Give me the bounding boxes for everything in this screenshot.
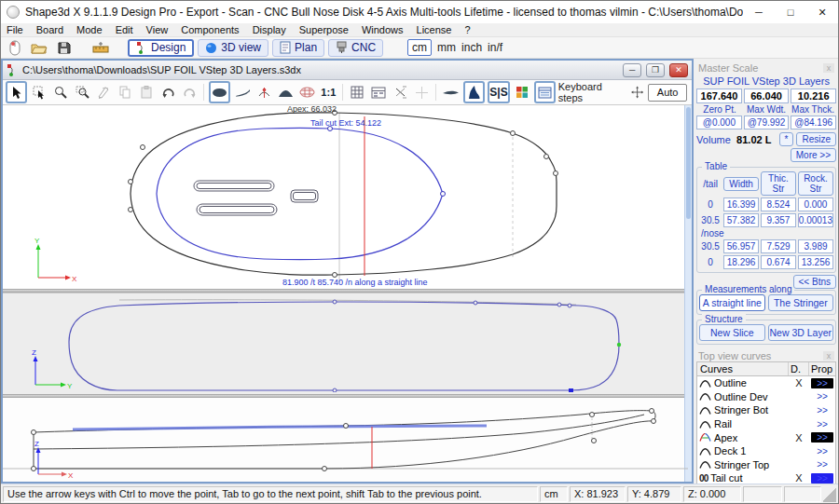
document-minimize-button[interactable]: ─ [623, 63, 641, 77]
maximize-button[interactable]: □ [775, 1, 806, 23]
plan-button[interactable]: Plan [272, 39, 324, 57]
prop-button[interactable]: >> [814, 405, 831, 415]
front-view-icon[interactable] [276, 83, 295, 102]
thic-str-header-button[interactable]: Thic. Str [761, 171, 796, 196]
menu-edit[interactable]: Edit [116, 24, 133, 35]
draw-pen-icon[interactable] [94, 83, 113, 102]
curve-row-outline[interactable]: Outline X >> [697, 376, 835, 390]
menu-superpose[interactable]: Superpose [299, 24, 349, 35]
select-points-icon[interactable] [30, 83, 48, 102]
curve-row-stringer-bot[interactable]: Stringer Bot >> [697, 403, 835, 417]
move-steps-icon[interactable] [631, 86, 643, 99]
curves-panel-close-icon[interactable]: x [823, 351, 834, 361]
star-button[interactable]: * [779, 132, 794, 146]
table-cell[interactable]: 3.989 [798, 239, 833, 253]
fin-icon[interactable] [463, 81, 485, 103]
zoom-icon[interactable] [51, 83, 70, 102]
thickness-field[interactable]: 10.216 [791, 89, 836, 103]
prop-button[interactable]: >> [814, 459, 831, 470]
max-thck-field[interactable]: @84.196 [791, 116, 836, 129]
table-cell[interactable]: 0.00013 [798, 213, 833, 227]
table-cell[interactable]: 13.256 [798, 255, 833, 269]
slice-view-icon[interactable] [254, 83, 273, 102]
side-control-points[interactable] [32, 409, 656, 471]
stringer-button[interactable]: The Stringer [768, 294, 833, 311]
3d-view-button[interactable]: 3D view [198, 39, 268, 57]
redo-icon[interactable] [180, 83, 199, 102]
menu-file[interactable]: File [7, 24, 23, 35]
unit-inf[interactable]: in/f [488, 41, 502, 54]
select-arrow-icon[interactable] [6, 81, 27, 103]
tail-cut-curve[interactable] [157, 128, 443, 260]
slice-control-points[interactable] [333, 300, 571, 392]
auto-button[interactable]: Auto [648, 84, 687, 102]
prop-button[interactable]: >> [811, 473, 833, 484]
guides-panel-icon[interactable] [369, 83, 388, 102]
deck-layer-highlight[interactable] [73, 426, 487, 429]
zoom-area-icon[interactable] [73, 83, 91, 102]
top-view-canvas[interactable]: Apex: 66.032 Tail cut Ext: 54.122 81.900… [3, 105, 684, 289]
prop-button[interactable]: >> [811, 432, 833, 443]
tailcut-control-points[interactable] [328, 127, 446, 197]
prop-button[interactable]: >> [814, 419, 831, 429]
scale-1-1-button[interactable]: 1:1 [319, 83, 337, 102]
prop-button[interactable]: >> [814, 391, 831, 402]
save-icon[interactable] [53, 39, 74, 57]
cnc-button[interactable]: CNC [328, 39, 383, 57]
resize-grip[interactable] [823, 486, 836, 502]
flip-symmetry-icon[interactable]: S|S [488, 81, 509, 103]
unit-inch[interactable]: inch [461, 41, 482, 54]
design-button[interactable]: Design [128, 39, 194, 57]
menu-license[interactable]: License [417, 24, 452, 35]
menu-help[interactable]: ? [464, 24, 470, 35]
prop-column-header[interactable]: Prop [809, 362, 835, 375]
slice-curve[interactable] [69, 302, 619, 390]
table-cell[interactable]: 8.524 [761, 198, 796, 211]
document-close-button[interactable]: ✕ [669, 63, 688, 77]
paste-icon[interactable] [137, 83, 156, 102]
zero-pt-field[interactable]: @0.000 [696, 116, 742, 129]
btns-toggle-button[interactable]: << Btns [793, 275, 836, 289]
master-scale-close-icon[interactable]: x [823, 63, 834, 73]
grid-icon[interactable] [348, 83, 366, 102]
unit-cm[interactable]: cm [407, 39, 432, 56]
prop-button[interactable]: >> [811, 378, 833, 388]
rock-str-header-button[interactable]: Rock. Str [798, 171, 833, 196]
display-flag[interactable]: X [789, 472, 809, 484]
wireframe-view-icon[interactable] [297, 83, 316, 102]
curve-row-rail[interactable]: Rail >> [697, 417, 835, 431]
new-3d-layer-button[interactable]: New 3D Layer [768, 324, 833, 341]
open-folder-icon[interactable] [29, 39, 49, 57]
length-field[interactable]: 167.640 [696, 89, 742, 103]
close-button[interactable]: ✕ [806, 1, 838, 23]
outline-control-points[interactable] [129, 111, 558, 278]
stringer-curve[interactable] [34, 415, 644, 449]
menu-display[interactable]: Display [253, 24, 286, 35]
ruler-icon[interactable] [90, 39, 111, 57]
menu-view[interactable]: View [146, 24, 169, 35]
more-button[interactable]: More >> [791, 148, 836, 162]
measure-cut-icon[interactable] [391, 83, 409, 102]
menu-windows[interactable]: Windows [362, 24, 404, 35]
max-wdt-field[interactable]: @79.992 [744, 116, 790, 129]
side-view-canvas[interactable]: Z X [3, 398, 684, 482]
curves-column-header[interactable]: Curves [697, 362, 789, 375]
document-restore-button[interactable]: ❐ [646, 63, 665, 77]
apex-point[interactable] [617, 343, 621, 347]
menu-mode[interactable]: Mode [76, 24, 103, 35]
straight-line-button[interactable]: A straight line [699, 294, 764, 311]
slice-view-canvas[interactable]: Z Y [3, 293, 684, 394]
table-cell[interactable]: 9.357 [761, 213, 796, 227]
board-side-icon[interactable] [441, 83, 461, 102]
new-slice-button[interactable]: New Slice [699, 324, 764, 341]
display-flag[interactable]: X [789, 377, 809, 388]
top-view-icon[interactable] [209, 81, 230, 103]
selected-point[interactable] [569, 388, 573, 392]
plugs-shapes[interactable] [194, 181, 318, 215]
table-cell[interactable]: 56.957 [723, 239, 759, 253]
undo-icon[interactable] [158, 83, 177, 102]
rocker-view-icon[interactable] [233, 83, 252, 102]
table-cell[interactable]: 0.674 [761, 255, 796, 269]
width-header-button[interactable]: Width [723, 177, 759, 191]
properties-panel-icon[interactable] [534, 81, 556, 103]
